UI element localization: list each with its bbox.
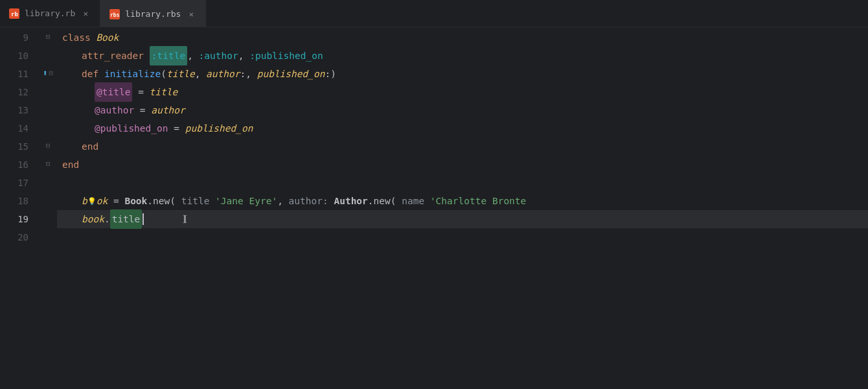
app-window: rb library.rb ✕ rbs library.rbs ✕ 9 10 1…: [0, 0, 868, 389]
hint-title: title: [181, 192, 210, 210]
tab-label-rb: library.rb: [25, 8, 75, 18]
line-num-15: 15: [0, 137, 39, 156]
line-num-20: 20: [0, 228, 39, 246]
fold-icon-9[interactable]: ⊟: [46, 32, 51, 41]
op-assign-book: =: [113, 192, 119, 210]
val-author: author: [151, 101, 185, 119]
code-line-16: end: [57, 156, 868, 174]
gutter-9: ⊟: [39, 27, 57, 45]
ivar-author: @author: [95, 101, 134, 119]
comma-1: ,: [187, 47, 193, 65]
line-numbers: 9 10 11 12 13 14 15 16 17 18 19 20: [0, 27, 39, 389]
paren-open: (: [161, 65, 166, 83]
method-initialize: initialize: [104, 65, 161, 83]
op-assign-3: =: [174, 119, 179, 137]
op-assign-1: =: [138, 83, 144, 101]
code-line-18: b 💡 ok = Book .new( title 'Jane Eyre' , …: [57, 192, 868, 210]
code-line-15: end: [57, 137, 868, 156]
line-num-9: 9: [0, 29, 39, 47]
var-ook: ok: [97, 196, 108, 206]
dot-new-2: .new(: [368, 192, 396, 210]
dot-title: .: [104, 210, 110, 228]
ruby-file-icon: rb: [9, 8, 19, 19]
symbol-published-on: :published_on: [249, 47, 323, 65]
gutter-16: ⊟: [39, 154, 57, 172]
lightbulb-icon: 💡: [87, 193, 97, 211]
line-num-16: 16: [0, 156, 39, 174]
class-book-new: Book: [124, 192, 147, 210]
line-num-11: 11: [0, 65, 39, 83]
line-num-18: 18: [0, 192, 39, 210]
code-line-20: [57, 228, 868, 246]
ivar-title: @title: [95, 82, 132, 102]
op-assign-2: =: [140, 101, 146, 119]
method-title-highlighted: title: [110, 209, 143, 229]
keyword-end-outer: end: [62, 156, 79, 174]
gutter-10: [39, 45, 57, 64]
gutter-17: [39, 172, 57, 191]
tab-library-rb[interactable]: rb library.rb ✕: [0, 0, 100, 27]
arrow-up-icon: ⬆: [43, 68, 48, 78]
ivar-published: @published_on: [95, 119, 168, 137]
param-author: author: [206, 65, 240, 83]
svg-text:rb: rb: [11, 11, 18, 18]
keyword-def: def: [82, 65, 98, 83]
keyword-class: class: [62, 29, 91, 47]
param-title: title: [166, 65, 195, 83]
val-published: published_on: [185, 119, 253, 137]
val-title: title: [150, 83, 178, 101]
line-num-13: 13: [0, 101, 39, 119]
string-charlotte: 'Charlotte Bronte: [430, 192, 526, 210]
code-line-17: [57, 174, 868, 192]
dot-new: .new(: [147, 192, 176, 210]
code-line-11: def initialize ( title , author :, publi…: [57, 65, 868, 83]
gutter-19: [39, 209, 57, 227]
comma-3: ,: [195, 65, 201, 83]
code-line-12: @title = title: [57, 83, 868, 101]
class-name-book: Book: [96, 29, 119, 47]
param-published: published_on: [257, 65, 325, 83]
line-num-17: 17: [0, 174, 39, 192]
gutter-column: ⊟ ⬆ ⊟ ⊟ ⊟: [39, 27, 57, 389]
fold-icon-11[interactable]: ⊟: [49, 69, 54, 77]
symbol-author: :author: [199, 47, 238, 65]
code-line-19: book . title 𝐈: [57, 210, 868, 228]
line-num-19: 19: [0, 210, 39, 228]
text-cursor: [143, 213, 144, 225]
tab-close-rb[interactable]: ✕: [80, 8, 91, 19]
code-line-10: attr_reader :title , :author , :publishe…: [57, 47, 868, 65]
tab-library-rbs[interactable]: rbs library.rbs ✕: [100, 0, 206, 27]
svg-text:rbs: rbs: [110, 12, 120, 18]
code-line-13: @author = author: [57, 101, 868, 119]
hint-author: author:: [289, 192, 328, 210]
var-b: b: [82, 192, 87, 210]
colon-2: :): [325, 65, 336, 83]
var-book-19: book: [82, 210, 104, 228]
author-new: Author: [334, 192, 367, 210]
i-beam-cursor: 𝐈: [183, 210, 187, 228]
string-jane-eyre: 'Jane Eyre': [215, 192, 277, 210]
line-num-14: 14: [0, 119, 39, 137]
editor-area: 9 10 11 12 13 14 15 16 17 18 19 20 ⊟ ⬆ ⊟: [0, 27, 868, 389]
code-line-14: @published_on = published_on: [57, 119, 868, 137]
tab-close-rbs[interactable]: ✕: [186, 9, 196, 19]
code-line-9: class Book: [57, 29, 868, 47]
attr-reader-kw: attr_reader: [82, 47, 144, 65]
gutter-14: [39, 118, 57, 136]
ruby-sig-file-icon: rbs: [109, 9, 120, 19]
tab-bar: rb library.rb ✕ rbs library.rbs ✕: [0, 0, 868, 27]
line-num-10: 10: [0, 47, 39, 65]
symbol-title: :title: [150, 46, 187, 65]
gutter-12: [39, 82, 57, 100]
code-content[interactable]: class Book attr_reader :title , :author …: [57, 27, 868, 389]
tab-label-rbs: library.rbs: [125, 9, 181, 19]
gutter-20: [39, 227, 57, 245]
gutter-11: ⬆ ⊟: [39, 64, 57, 82]
line-num-12: 12: [0, 83, 39, 101]
fold-icon-16[interactable]: ⊟: [46, 159, 51, 168]
gutter-13: [39, 100, 57, 118]
colon-1: :,: [240, 65, 251, 83]
comma-2: ,: [238, 47, 244, 65]
fold-icon-15[interactable]: ⊟: [46, 141, 51, 150]
comma-book-1: ,: [277, 192, 283, 210]
